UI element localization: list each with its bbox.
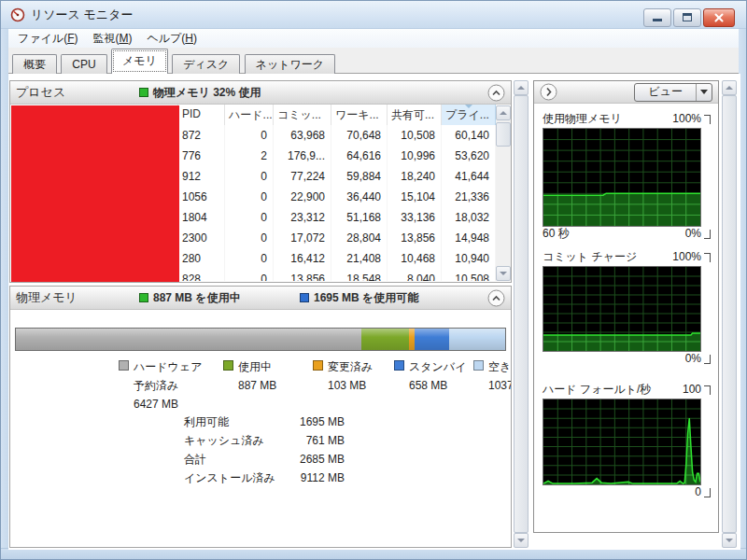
scrollbar-thumb[interactable] <box>514 95 529 533</box>
view-button-label: ビュー <box>635 84 696 100</box>
legend-modified: 変更済み103 MB <box>313 357 394 413</box>
physical-memory-panel-title: 物理メモリ <box>16 289 139 306</box>
scale-bracket-top <box>704 115 711 124</box>
bar-segment-hardware-reserved <box>16 329 361 350</box>
scrollbar-thumb[interactable] <box>496 122 511 147</box>
process-panel-title: プロセス <box>16 84 139 101</box>
graph-max-label: 100% <box>672 112 701 128</box>
graphs-panel-header: ビュー <box>534 81 718 104</box>
memory-composition-bar <box>15 328 506 351</box>
stat-label-installed: インストール済み <box>184 469 289 487</box>
maximize-icon <box>683 13 692 21</box>
tab-cpu[interactable]: CPU <box>61 54 106 75</box>
scroll-up-button[interactable] <box>514 80 529 95</box>
scroll-up-icon <box>500 111 507 115</box>
graph-max-label: 100 <box>683 383 701 399</box>
memory-bar-legend: ハードウェア予約済み6427 MB 使用中887 MB 変更済み103 MB ス… <box>119 357 512 413</box>
physical-memory-panel: 物理メモリ 887 MB を使用中 1695 MB を使用可能 <box>9 286 512 548</box>
view-dropdown-button[interactable] <box>696 83 712 102</box>
graph-min-label: 0 <box>695 485 701 501</box>
memory-available-label: 1695 MB を使用可能 <box>314 290 418 306</box>
resource-monitor-window: リソース モニター ファイル(F) 監視(M) ヘルプ(H) 概要 CPU メモ… <box>0 0 747 560</box>
close-button[interactable] <box>703 8 735 27</box>
process-table-scrollbar[interactable] <box>496 105 511 281</box>
memory-used-label: 887 MB を使用中 <box>153 290 241 306</box>
process-panel: プロセス 物理メモリ 32% 使用 PID ハード... コミッ... ワーキ.… <box>9 80 512 283</box>
window-border-left <box>1 29 8 559</box>
tab-bar: 概要 CPU メモリ ディスク ネットワーク <box>8 48 739 74</box>
graphs-panel: ビュー 使用物理メモリ 100% 60 秒 0% コミット チャージ <box>533 80 719 533</box>
maximize-button[interactable] <box>673 8 701 27</box>
bar-segment-in-use <box>361 329 409 350</box>
minimize-button[interactable] <box>643 8 671 27</box>
redacted-image-column <box>11 105 179 282</box>
legend-swatch-modified <box>313 360 323 371</box>
commit-charge-graph <box>543 266 701 352</box>
column-header-pid[interactable]: PID <box>178 105 225 125</box>
tab-overview[interactable]: 概要 <box>12 54 57 75</box>
scroll-down-icon <box>500 272 507 275</box>
memory-available-icon <box>300 293 309 302</box>
legend-swatch-in-use <box>223 360 233 371</box>
stat-label-available: 利用可能 <box>184 413 289 431</box>
scrollbar-thumb[interactable] <box>722 95 737 533</box>
menu-file[interactable]: ファイル(F) <box>10 29 85 49</box>
column-header-working-set[interactable]: ワーキ... <box>331 105 388 125</box>
legend-standby: スタンバイ658 MB <box>394 357 473 413</box>
titlebar[interactable]: リソース モニター <box>1 1 747 29</box>
scroll-down-icon <box>517 539 525 542</box>
minimize-icon <box>653 19 662 21</box>
view-button[interactable]: ビュー <box>634 83 712 102</box>
used-physical-memory-graph <box>543 128 701 227</box>
collapse-memory-panel-button[interactable] <box>487 289 505 307</box>
window-title: リソース モニター <box>31 7 133 23</box>
physical-memory-usage-label: 物理メモリ 32% 使用 <box>153 85 261 101</box>
tab-disk[interactable]: ディスク <box>172 54 240 75</box>
left-pane-scrollbar[interactable] <box>514 80 529 548</box>
menu-help[interactable]: ヘルプ(H) <box>139 29 204 49</box>
scroll-up-button[interactable] <box>496 105 511 120</box>
column-header-shareable[interactable]: 共有可... <box>388 105 442 125</box>
sort-descending-icon <box>465 105 472 108</box>
scale-bracket-top <box>704 253 711 262</box>
collapse-process-panel-button[interactable] <box>487 84 505 102</box>
bar-segment-free <box>449 329 505 350</box>
hard-faults-graph <box>543 399 701 485</box>
scroll-up-button[interactable] <box>722 80 737 95</box>
process-panel-header: プロセス 物理メモリ 32% 使用 <box>10 81 511 105</box>
right-pane-scrollbar[interactable] <box>722 80 737 548</box>
graph-max-label: 100% <box>672 250 701 266</box>
scroll-down-icon <box>726 539 733 542</box>
tab-memory[interactable]: メモリ <box>111 49 168 74</box>
graph-x-axis-label: 60 秒 <box>543 227 685 243</box>
physical-memory-usage-icon <box>139 88 148 97</box>
scroll-down-button[interactable] <box>496 266 511 281</box>
legend-swatch-hardware-reserved <box>119 360 129 371</box>
column-header-commit[interactable]: コミッ... <box>274 105 331 125</box>
stat-label-total: 合計 <box>184 450 289 469</box>
scroll-down-button[interactable] <box>514 533 529 548</box>
scale-bracket-bottom <box>704 488 711 497</box>
scroll-down-button[interactable] <box>722 533 737 548</box>
scale-bracket-bottom <box>704 355 711 364</box>
graph-title-hard-faults: ハード フォールト/秒 <box>543 383 683 399</box>
graph-min-label: 0% <box>685 352 701 368</box>
column-header-hard-faults[interactable]: ハード... <box>225 105 274 125</box>
collapse-graphs-panel-button[interactable] <box>540 83 557 101</box>
legend-hardware-reserved: ハードウェア予約済み6427 MB <box>119 357 223 413</box>
menu-monitor[interactable]: 監視(M) <box>85 29 139 49</box>
client-area: プロセス 物理メモリ 32% 使用 PID ハード... コミッ... ワーキ.… <box>8 74 740 550</box>
graph-title-commit-charge: コミット チャージ <box>543 250 672 266</box>
bar-segment-standby <box>415 329 450 350</box>
scroll-up-icon <box>726 86 733 90</box>
scale-bracket-bottom <box>704 230 711 239</box>
legend-swatch-standby <box>394 360 404 371</box>
legend-in-use: 使用中887 MB <box>223 357 313 413</box>
stat-value-total: 2685 MB <box>289 450 345 469</box>
graphs-list: 使用物理メモリ 100% 60 秒 0% コミット チャージ 100% <box>534 104 718 501</box>
tab-network[interactable]: ネットワーク <box>245 54 335 75</box>
resource-monitor-icon <box>10 7 25 22</box>
column-header-private[interactable]: プライ... <box>442 105 496 125</box>
physical-memory-panel-header: 物理メモリ 887 MB を使用中 1695 MB を使用可能 <box>10 287 511 310</box>
legend-free: 空き1037 MB <box>473 357 512 413</box>
